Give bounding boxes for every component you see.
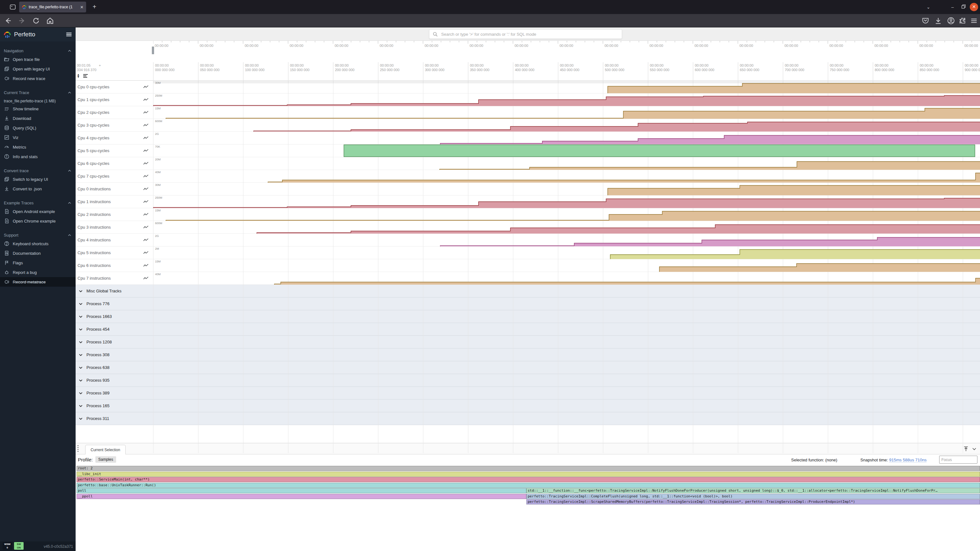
track-row[interactable]: Cpu 4 cpu-cycles2G	[76, 132, 980, 144]
sidebar-item-record-metatrace[interactable]: Record metatrace	[0, 277, 76, 287]
forward-icon[interactable]	[18, 17, 26, 25]
track-row[interactable]: Cpu 5 instructions2M	[76, 246, 980, 259]
track-row[interactable]: Cpu 2 cpu-cycles15M	[76, 106, 980, 119]
flame-frame[interactable]: poll	[76, 488, 527, 493]
track-name-cell[interactable]: Cpu 4 cpu-cycles	[76, 132, 153, 144]
track-row[interactable]: Cpu 7 instructions40M	[76, 272, 980, 285]
back-icon[interactable]	[4, 17, 12, 25]
track-name-cell[interactable]: Cpu 7 instructions	[76, 272, 153, 285]
sidebar-section-title[interactable]: Example Traces	[0, 199, 76, 206]
counter-track-plot[interactable]	[153, 170, 980, 183]
search-input[interactable]	[441, 32, 619, 37]
track-name-cell[interactable]: Cpu 0 instructions	[76, 183, 153, 195]
samples-button[interactable]: Samples	[95, 456, 116, 463]
sidebar-item-convert-to-json[interactable]: Convert to .json	[0, 184, 76, 194]
track-row[interactable]: Cpu 6 instructions15M	[76, 259, 980, 272]
counter-track-plot[interactable]	[153, 246, 980, 259]
track-row[interactable]: Cpu 1 instructions250M	[76, 195, 980, 208]
reload-icon[interactable]	[32, 17, 40, 25]
sidebar-item-record-new-trace[interactable]: Record new trace	[0, 74, 76, 83]
track-name-cell[interactable]: Cpu 1 instructions	[76, 195, 153, 208]
counter-track-plot[interactable]	[153, 157, 980, 170]
sidebar-item-metrics[interactable]: Metrics	[0, 142, 76, 152]
track-row[interactable]: Cpu 2 instructions15M	[76, 208, 980, 221]
counter-track-plot[interactable]	[153, 183, 980, 195]
home-icon[interactable]	[46, 17, 54, 25]
new-tab-button[interactable]: +	[90, 3, 99, 11]
selection-marker[interactable]	[152, 46, 154, 54]
flame-frame[interactable]: perfetto::TracingServiceImpl::ScrapeShar…	[527, 499, 980, 505]
counter-track-plot[interactable]	[153, 94, 980, 106]
tab-current-selection[interactable]: Current Selection	[85, 445, 126, 454]
flame-frame[interactable]: root: 2	[76, 466, 980, 471]
track-name-cell[interactable]: Cpu 2 cpu-cycles	[76, 106, 153, 119]
sidebar-item-viz[interactable]: Viz	[0, 133, 76, 142]
track-row[interactable]: Cpu 3 instructions600M	[76, 221, 980, 234]
window-close-button[interactable]: ✕	[970, 3, 978, 11]
track-name-cell[interactable]: Cpu 3 instructions	[76, 221, 153, 234]
sidebar-item-documentation[interactable]: Documentation	[0, 248, 76, 258]
track-name-cell[interactable]: Cpu 5 instructions	[76, 246, 153, 259]
counter-track-plot[interactable]	[153, 272, 980, 285]
track-row[interactable]: Cpu 1 cpu-cycles250M	[76, 94, 980, 106]
sidebar-item-query-sql-[interactable]: Query (SQL)	[0, 123, 76, 133]
track-row[interactable]: Cpu 3 cpu-cycles600M	[76, 119, 980, 132]
account-icon[interactable]	[947, 17, 955, 25]
snapshot-time-value[interactable]: 915ms 588us 710ns	[889, 457, 926, 463]
sidebar-section-title[interactable]: Convert trace	[0, 167, 76, 175]
browser-tab[interactable]: trace_file.perfetto-trace (1 ✕	[19, 2, 86, 13]
tab-list-chevron-icon[interactable]: ⌄	[924, 3, 933, 11]
sidebar-item-report-a-bug[interactable]: Report a bug	[0, 268, 76, 277]
flame-frame[interactable]: perfetto::TracingServiceImpl::CompleteFl…	[527, 494, 980, 499]
sidebar-item-keyboard-shortcuts[interactable]: Keyboard shortcuts	[0, 239, 76, 248]
counter-track-plot[interactable]	[153, 106, 980, 119]
sidebar-hamburger-icon[interactable]	[65, 31, 72, 38]
sidebar-item-open-with-legacy-ui[interactable]: Open with legacy UI	[0, 64, 76, 74]
track-name-cell[interactable]: Cpu 4 instructions	[76, 234, 153, 246]
sidebar-item-switch-to-legacy-ui[interactable]: Switch to legacy UI	[0, 175, 76, 184]
flame-frame[interactable]: __ppoll	[76, 494, 527, 499]
track-name-cell[interactable]: Cpu 2 instructions	[76, 208, 153, 221]
counter-track-plot[interactable]	[153, 144, 980, 157]
counter-track-plot[interactable]	[153, 208, 980, 221]
sidebar-section-title[interactable]: Support	[0, 232, 76, 239]
menu-hamburger-icon[interactable]	[970, 17, 978, 25]
drag-handle-icon[interactable]	[78, 445, 78, 452]
sidebar-item-open-chrome-example[interactable]: Open Chrome example	[0, 216, 76, 226]
track-row[interactable]: Cpu 7 cpu-cycles40M	[76, 170, 980, 183]
focus-input[interactable]	[939, 456, 977, 464]
counter-track-plot[interactable]	[153, 259, 980, 272]
track-row[interactable]: Cpu 4 instructions2G	[76, 234, 980, 246]
track-name-cell[interactable]: Cpu 1 cpu-cycles	[76, 94, 153, 106]
track-name-cell[interactable]: Cpu 6 cpu-cycles	[76, 157, 153, 170]
sidebar-item-open-android-example[interactable]: Open Android example	[0, 206, 76, 216]
tab-close-icon[interactable]: ✕	[80, 5, 84, 10]
sidebar-item-show-timeline[interactable]: Show timeline	[0, 104, 76, 114]
counter-track-plot[interactable]	[153, 195, 980, 208]
firefox-view-icon[interactable]	[9, 3, 17, 11]
flame-frame[interactable]: perfetto::base::UnixTaskRunner::Run()	[76, 483, 980, 488]
track-name-cell[interactable]: Cpu 5 cpu-cycles	[76, 144, 153, 157]
reorder-chevrons-icon[interactable]: ▲▼	[77, 74, 80, 78]
track-list-icon[interactable]	[83, 74, 88, 78]
downloads-icon[interactable]	[934, 17, 942, 25]
flame-frame[interactable]: std::__1::__function::__func<perfetto::T…	[527, 488, 980, 493]
track-row[interactable]: Cpu 6 cpu-cycles20M	[76, 157, 980, 170]
sidebar-item-flags[interactable]: Flags	[0, 258, 76, 268]
sidebar-section-title[interactable]: Current Trace	[0, 89, 76, 96]
counter-track-plot[interactable]	[153, 119, 980, 132]
counter-track-plot[interactable]	[153, 132, 980, 144]
counter-track-plot[interactable]	[153, 234, 980, 246]
sidebar-item-open-trace-file[interactable]: Open trace file	[0, 54, 76, 64]
sidebar-item-download[interactable]: Download	[0, 114, 76, 123]
flame-frame[interactable]: __libc_init	[76, 472, 980, 477]
track-name-cell[interactable]: Cpu 3 cpu-cycles	[76, 119, 153, 132]
track-row[interactable]: Cpu 0 instructions30M	[76, 183, 980, 195]
sidebar-section-title[interactable]: Navigation	[0, 47, 76, 54]
search-box[interactable]	[429, 29, 622, 39]
track-name-cell[interactable]: Cpu 6 instructions	[76, 259, 153, 272]
track-name-cell[interactable]: Cpu 0 cpu-cycles	[76, 81, 153, 94]
track-pan-controls[interactable]: ▲▼	[77, 74, 88, 78]
track-name-cell[interactable]: Cpu 7 cpu-cycles	[76, 170, 153, 183]
sidebar-item-info-and-stats[interactable]: Info and stats	[0, 152, 76, 161]
